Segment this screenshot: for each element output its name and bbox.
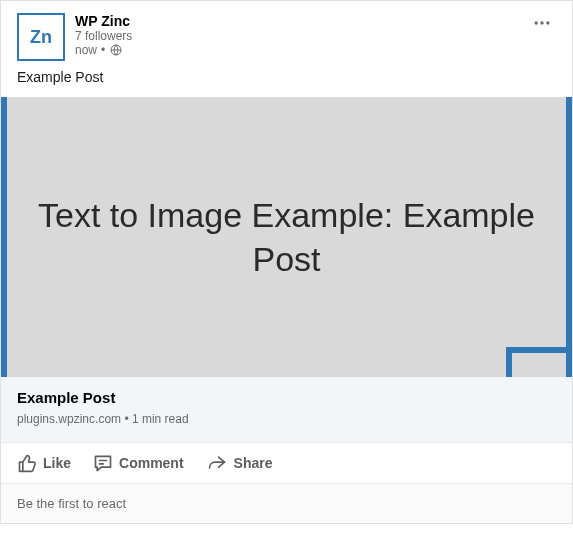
- like-icon: [17, 453, 37, 473]
- post-time: now: [75, 43, 97, 57]
- comment-icon: [93, 453, 113, 473]
- svg-point-3: [546, 21, 549, 24]
- image-caption: Text to Image Example: Example Post: [7, 193, 566, 281]
- link-preview[interactable]: Example Post plugins.wpzinc.com • 1 min …: [1, 377, 572, 442]
- post-text: Example Post: [1, 69, 572, 97]
- comment-label: Comment: [119, 455, 184, 471]
- like-button[interactable]: Like: [17, 453, 71, 473]
- svg-point-2: [540, 21, 543, 24]
- followers-count: 7 followers: [75, 29, 528, 43]
- post-timeline: now •: [75, 43, 528, 57]
- image-corner-decoration: [506, 347, 566, 377]
- globe-icon: [109, 43, 123, 57]
- action-bar: Like Comment Share: [1, 442, 572, 483]
- like-label: Like: [43, 455, 71, 471]
- reactions-prompt[interactable]: Be the first to react: [1, 483, 572, 523]
- avatar[interactable]: Zn: [17, 13, 65, 61]
- separator: •: [101, 43, 105, 57]
- post-card: Zn WP Zinc 7 followers now • Example P: [0, 0, 573, 524]
- comment-button[interactable]: Comment: [93, 453, 184, 473]
- more-icon: [532, 13, 552, 33]
- share-button[interactable]: Share: [206, 453, 273, 473]
- share-icon: [206, 453, 228, 473]
- author-name[interactable]: WP Zinc: [75, 13, 528, 29]
- header-meta: WP Zinc 7 followers now •: [75, 13, 528, 57]
- svg-point-1: [535, 21, 538, 24]
- more-options-button[interactable]: [528, 13, 556, 36]
- avatar-text: Zn: [30, 27, 52, 48]
- post-header: Zn WP Zinc 7 followers now •: [1, 1, 572, 69]
- link-meta: plugins.wpzinc.com • 1 min read: [17, 412, 556, 426]
- link-title: Example Post: [17, 389, 556, 406]
- share-label: Share: [234, 455, 273, 471]
- post-image[interactable]: Text to Image Example: Example Post: [1, 97, 572, 377]
